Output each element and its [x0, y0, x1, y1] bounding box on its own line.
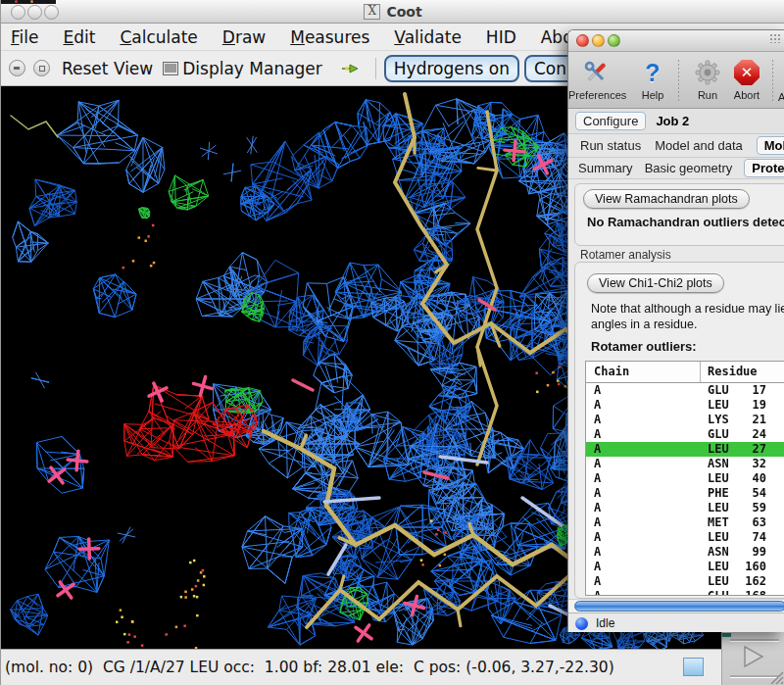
clipped-toolbar-button[interactable]: A [778, 91, 784, 103]
zoom-icon[interactable] [608, 34, 620, 47]
panel-statusbar: Idle [568, 612, 784, 632]
display-manager-icon[interactable] [163, 62, 178, 75]
menu-validate[interactable]: Validate [394, 27, 462, 47]
validation-panel-window: Preferences ? Help [567, 29, 784, 632]
table-row-leu-74[interactable]: ALEU74 [586, 530, 784, 545]
preferences-icon [568, 56, 623, 89]
table-cell: A [594, 427, 601, 441]
table-cell: ASN [708, 457, 729, 470]
table-cell: PHE [708, 486, 729, 500]
rotamer-note-line2: angles in a residue. [591, 318, 697, 331]
table-row-lys-21[interactable]: ALYS21 [586, 413, 784, 427]
table-row-leu-160[interactable]: ALEU160 [586, 560, 784, 574]
go-arrow-icon[interactable] [340, 61, 360, 76]
display-manager-button[interactable]: Display Manager [182, 59, 322, 78]
table-row-asn-32[interactable]: AASN32 [586, 457, 784, 471]
table-row-asn-99[interactable]: AASN99 [586, 545, 784, 560]
redo-icon[interactable] [33, 60, 50, 76]
tab-summary[interactable]: Summary [578, 161, 633, 175]
horizontal-scrollbar[interactable] [568, 599, 784, 612]
tab-run-status[interactable]: Run status [580, 138, 641, 153]
tab-model-and-data[interactable]: Model and data [655, 138, 743, 153]
panel-titlebar[interactable] [568, 30, 784, 52]
table-cell: 21 [733, 413, 766, 426]
table-cell: 24 [733, 427, 766, 441]
menu-measures[interactable]: Measures [290, 27, 369, 47]
table-cell: LEU [708, 398, 729, 412]
abort-octagon-icon: ✕ [719, 56, 774, 89]
table-cell: GLU [708, 589, 729, 596]
table-cell: A [594, 530, 601, 544]
toolbar-separator [772, 60, 773, 101]
play-triangle-icon[interactable] [742, 645, 765, 670]
abort-button[interactable]: ✕ Abort [719, 56, 774, 101]
table-row-met-63[interactable]: AMET63 [586, 515, 784, 530]
main-titlebar[interactable]: X Coot [1, 0, 784, 24]
view-ramachandran-plots-button[interactable]: View Ramachandran plots [583, 189, 750, 209]
rotamer-frame: View Chi1-Chi2 plots Note that although … [574, 262, 784, 599]
close-icon[interactable] [576, 34, 589, 47]
resize-grip[interactable] [769, 670, 784, 685]
status-dot-icon [575, 617, 588, 630]
table-row-glu-24[interactable]: AGLU24 [586, 427, 784, 442]
panel-content: View Ramachandran plots No Ramachandran … [568, 179, 784, 599]
table-row-leu-59[interactable]: ALEU59 [586, 501, 784, 515]
table-cell: A [594, 515, 601, 529]
table-row-leu-162[interactable]: ALEU162 [586, 574, 784, 589]
preferences-button[interactable]: Preferences [568, 56, 623, 101]
reset-view-button[interactable]: Reset View [62, 59, 153, 78]
view-chi1-chi2-plots-button[interactable]: View Chi1-Chi2 plots [587, 273, 724, 293]
tab-job-2[interactable]: Job 2 [656, 114, 689, 128]
menu-calculate[interactable]: Calculate [120, 27, 197, 47]
table-row-glu-168[interactable]: AGLU168 [586, 589, 784, 596]
table-cell: A [594, 442, 601, 456]
tab-basic-geometry[interactable]: Basic geometry [645, 161, 733, 175]
menu-file[interactable]: File [11, 27, 38, 47]
table-cell: A [594, 560, 601, 573]
table-row-leu-40[interactable]: ALEU40 [586, 471, 784, 486]
tab-molprobit[interactable]: MolProbit [757, 136, 784, 155]
table-row-glu-17[interactable]: AGLU17 [586, 383, 784, 398]
table-cell: A [594, 589, 601, 596]
table-cell: 17 [733, 383, 766, 397]
tabrow-job: Run statusModel and dataMolProbit [568, 134, 784, 158]
table-cell: GLU [708, 383, 729, 397]
coot-main-window: X Coot FileEditCalculateDrawMeasuresVali… [0, 0, 784, 685]
rotamer-frame-label: Rotamer analysis [580, 248, 671, 262]
table-cell: LEU [708, 471, 729, 485]
minimize-icon[interactable] [592, 34, 605, 47]
column-header-chain[interactable]: Chain [594, 365, 629, 378]
window-title: Coot [386, 4, 421, 20]
table-header[interactable]: Chain Residue [586, 362, 784, 383]
column-header-residue[interactable]: Residue [708, 365, 758, 378]
help-button[interactable]: ? Help [625, 56, 680, 101]
table-cell: GLU [708, 427, 729, 441]
table-cell: 19 [733, 398, 766, 412]
tab-protein[interactable]: Protein [744, 159, 784, 177]
rotamer-note-line1: Note that although a residue may lie [591, 302, 784, 316]
rotamer-outliers-label: Rotamer outliers: [591, 339, 697, 354]
toolbar-separator [375, 58, 376, 79]
table-cell: LEU [708, 574, 729, 588]
table-row-leu-19[interactable]: ALEU19 [586, 398, 784, 413]
atom-status-text: (mol. no: 0) CG /1/A/27 LEU occ: 1.00 bf… [5, 659, 614, 676]
table-row-phe-54[interactable]: APHE54 [586, 486, 784, 501]
scrollbar-thumb[interactable] [574, 601, 784, 612]
help-icon: ? [625, 56, 680, 89]
table-cell: LYS [708, 413, 729, 426]
menu-draw[interactable]: Draw [222, 27, 266, 47]
menu-hid[interactable]: HID [486, 27, 516, 47]
table-cell: ASN [708, 545, 729, 559]
tab-configure[interactable]: Configure [575, 112, 646, 130]
rotamer-outliers-table[interactable]: Chain Residue AGLU17ALEU19ALYS21AGLU24AL… [585, 361, 784, 596]
menu-edit[interactable]: Edit [63, 27, 95, 47]
table-cell: A [594, 413, 601, 426]
ramachandran-message: No Ramachandran outliers detecte [587, 215, 784, 229]
table-row-leu-27[interactable]: ALEU27 [586, 442, 784, 457]
table-cell: 32 [733, 457, 766, 470]
titlebar-grip [769, 33, 781, 43]
hydrogens-toggle-button[interactable]: Hydrogens on [384, 55, 519, 82]
table-cell: LEU [708, 442, 729, 456]
background-dot [30, 0, 33, 3]
undo-icon[interactable] [9, 60, 25, 76]
